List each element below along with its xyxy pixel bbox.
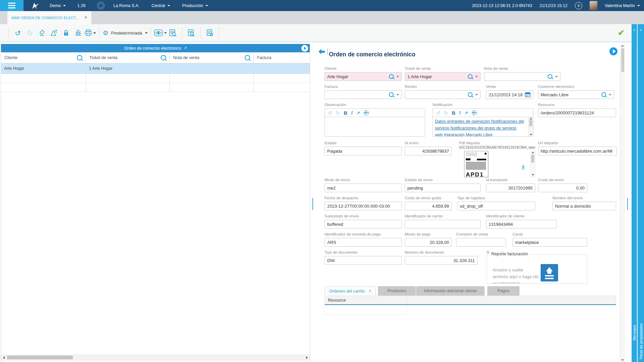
chevron-down-icon[interactable] [396,94,399,96]
tab-pagos[interactable]: Pagos [487,286,519,296]
search-icon[interactable] [161,55,166,60]
back-button[interactable] [318,48,328,55]
redo-button[interactable]: ↻ [24,26,36,40]
search-icon[interactable] [389,92,394,97]
recibo-input[interactable] [405,90,481,99]
estado-envio-input[interactable]: pending [405,184,481,192]
scroll-right-button[interactable] [304,355,309,360]
tipo-documento-input[interactable]: DNI [325,256,402,265]
search-icon[interactable] [468,74,473,79]
undo-icon[interactable]: ↺ [436,110,440,115]
table-row[interactable] [1,83,310,92]
download-icon[interactable] [521,164,526,171]
panel-propiedades-strip[interactable]: ‹ Panel de propiedades [638,24,644,362]
hamburger-menu-button[interactable] [0,0,23,11]
chevron-down-icon[interactable] [93,32,96,34]
comision-venta-input[interactable] [456,238,506,247]
clear-list-button[interactable] [204,26,216,40]
scrollbar-thumb[interactable] [531,155,534,163]
table-row[interactable]: Arte Hogar 1 Arte Hogar [1,63,310,74]
identificador-carrito-input[interactable] [405,220,481,228]
search-icon[interactable] [548,74,552,79]
scroll-down-button[interactable] [621,359,624,361]
venta-datetime-input[interactable]: 21/12/2023 14:18 [486,90,533,99]
search-icon[interactable] [389,74,394,79]
cliente-input[interactable]: Arte Hogar [325,72,402,81]
globe-icon[interactable] [364,110,369,115]
canal-input[interactable]: marketplace [512,238,587,247]
tab-productos[interactable]: Productos [378,286,416,296]
mensajes-panel-strip[interactable]: ‹ Mensajes [632,24,637,362]
costo-envio-gratis-input[interactable]: 4.659,99 [405,202,452,210]
expand-icon[interactable]: ↗ [368,289,371,293]
chevron-down-icon[interactable] [609,94,611,96]
fecha-despacho-input[interactable]: 2023-12-27T00:00:00.000-03:00 [325,202,402,210]
lock-button[interactable] [60,26,72,40]
notificacion-textarea[interactable]: Datos entrantes de operación Notificacio… [433,117,533,137]
chevron-down-icon[interactable] [555,76,558,77]
costo-envio-input[interactable]: 0,00 [538,184,587,192]
url-etiqueta-input[interactable]: http://articulo.mercadolibre.com.ar/Ml [538,147,617,155]
environment-menu[interactable]: Demo [50,3,66,8]
table-row[interactable] [1,74,310,83]
editor-scrollbar[interactable] [528,117,533,136]
right-panel-splitter[interactable] [627,198,628,210]
chevron-down-icon[interactable] [396,76,399,77]
table-row[interactable] [325,305,616,315]
nombre-envio-input[interactable]: Normal a domicilio [552,202,616,210]
numero-documento-input[interactable]: 31.328.311 [405,256,478,265]
modo-envio-input[interactable]: me2 [325,184,402,192]
comercio-electronico-input[interactable]: Mercado Libre [538,90,614,99]
column-header-factura[interactable]: Factura [254,52,310,63]
identificador-cliente-input[interactable]: 1319843494 [486,220,557,228]
column-header-resource[interactable]: Resource [325,296,407,304]
nota-venta-input[interactable] [484,72,560,81]
tab-abm-orden-comercio[interactable]: ABM ORDEN DE COMERCIO ELECT... ✕ [7,11,91,24]
tab-ordenes-del-carrito[interactable]: Ordenes del carrito ↗ [325,286,376,296]
user-menu[interactable]: Valentina Martín [605,3,640,8]
view-button[interactable] [154,26,167,40]
search-icon[interactable] [245,55,250,60]
subestado-envio-input[interactable]: buffered [325,220,402,228]
globe-icon[interactable] [472,110,477,115]
tab-informacion-adicional-cliente[interactable]: Información adicional cliente [416,286,485,296]
id-transporte-input[interactable]: 3017201995 [486,184,535,192]
debug-button[interactable] [72,26,84,40]
pdf-scrollbar[interactable] [530,150,535,177]
italic-icon[interactable]: I [459,110,461,115]
monto-pago-input[interactable]: 20.328,00 [405,238,452,247]
close-icon[interactable]: ✕ [84,15,87,20]
expand-icon[interactable]: ↗ [464,111,468,115]
notification-links[interactable]: Datos entrantes de operación Notificacio… [435,118,525,137]
estado-input[interactable]: Pagada [325,147,402,155]
scroll-left-button[interactable] [1,355,6,360]
edit-button[interactable] [48,26,60,40]
chevron-down-icon[interactable] [475,94,478,96]
preset-selector[interactable]: ⚙ Predeterminada [103,26,148,40]
expand-icon[interactable]: ↗ [356,111,360,115]
search-icon[interactable] [601,92,606,97]
mode-menu[interactable]: Producción [182,3,208,8]
vertical-scrollbar[interactable] [620,44,625,362]
column-header-nota[interactable]: Nota de venta [170,52,254,63]
clear-button[interactable] [36,26,48,40]
calendar-icon[interactable] [525,92,531,97]
bold-icon[interactable]: B [452,110,455,115]
print-button[interactable] [84,26,96,40]
validation-check-icon[interactable]: ✔ [618,29,625,37]
id-envio-input[interactable]: 42938679837 [405,147,452,155]
ticket-venta-input[interactable]: 1 Arte Hogar [405,72,481,81]
panel-splitter[interactable] [310,42,315,362]
redo-icon[interactable]: ↻ [444,110,448,115]
search-icon[interactable] [77,55,82,60]
identificador-moneda-input[interactable]: ARS [325,238,402,247]
redo-icon[interactable]: ↻ [336,110,340,115]
observacion-textarea[interactable] [325,117,425,137]
org-emblem-icon[interactable] [97,2,105,9]
search-records-button[interactable] [185,26,197,40]
undo-icon[interactable]: ↺ [328,110,332,115]
horizontal-scrollbar[interactable] [1,355,310,360]
tipo-logistica-input[interactable]: xd_drop_off [457,202,535,210]
execute-button[interactable] [609,47,617,55]
branch-menu[interactable]: Central [152,3,170,8]
